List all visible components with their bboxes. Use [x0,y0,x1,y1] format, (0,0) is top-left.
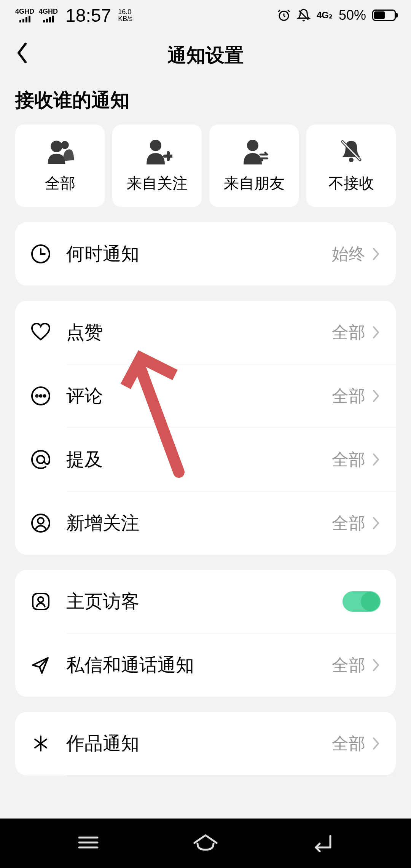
chevron-right-icon [371,452,381,467]
sparkle-icon [30,733,51,754]
nav-recent-button[interactable] [77,834,100,853]
row-works[interactable]: 作品通知 全部 [15,712,396,775]
signal-1: 4GHD [15,8,34,22]
comment-icon [30,386,51,406]
row-when-notify[interactable]: 何时通知 始终 [15,222,396,286]
app-header: 通知设置 [0,30,411,80]
nav-back-button[interactable] [311,833,334,854]
status-time: 18:57 [65,5,111,26]
row-value: 全部 [332,385,365,407]
row-label: 提及 [66,447,332,472]
svg-point-13 [37,456,45,463]
filter-label: 不接收 [328,173,374,194]
signal-2: 4GHD [39,8,58,22]
filter-all[interactable]: 全部 [15,124,105,207]
svg-point-11 [40,395,42,397]
battery-percent: 50% [339,7,366,23]
card-works: 作品通知 全部 [15,712,396,775]
svg-point-3 [150,140,161,151]
status-bar: 4GHD 4GHD 18:57 16.0 KB/s 4G₂ 50% [0,0,411,30]
nav-home-button[interactable] [192,833,219,854]
battery-icon [372,10,396,21]
person-add-icon [142,138,172,164]
people-icon [45,138,75,164]
row-value: 全部 [332,448,365,471]
chevron-right-icon [371,736,381,751]
filter-label: 全部 [45,173,75,194]
card-when-notify: 何时通知 始终 [15,222,396,286]
visitor-icon [30,591,51,612]
filter-label: 来自朋友 [224,173,285,194]
bell-off-icon [336,138,366,164]
row-value: 全部 [332,732,365,755]
row-label: 作品通知 [66,731,332,756]
card-interactions: 点赞 全部 评论 全部 提及 全部 新增关注 全部 [15,301,396,555]
row-mentions[interactable]: 提及 全部 [15,428,396,491]
back-button[interactable] [15,41,29,69]
alarm-icon [277,8,291,22]
heart-icon [30,322,51,343]
chevron-right-icon [371,246,381,262]
section-title: 接收谁的通知 [0,80,411,124]
svg-point-12 [44,395,46,397]
filter-none[interactable]: 不接收 [306,124,396,207]
row-label: 评论 [66,384,332,408]
filter-following[interactable]: 来自关注 [112,124,202,207]
row-value: 全部 [332,321,365,344]
card-visitors-messages: 主页访客 私信和通话通知 全部 [15,570,396,697]
row-label: 主页访客 [66,589,342,614]
at-icon [30,449,51,470]
row-new-follow[interactable]: 新增关注 全部 [15,491,396,555]
row-label: 新增关注 [66,511,332,535]
bell-mute-icon [297,8,311,22]
row-label: 私信和通话通知 [66,653,332,677]
chevron-right-icon [371,388,381,404]
svg-point-1 [51,140,62,152]
row-comments[interactable]: 评论 全部 [15,364,396,428]
filter-label: 来自关注 [127,173,188,194]
toggle-visitors[interactable] [342,591,381,612]
svg-point-10 [36,395,38,397]
svg-point-15 [38,518,44,524]
svg-point-5 [349,158,354,162]
row-label: 何时通知 [66,242,332,266]
chevron-right-icon [371,325,381,340]
chevron-right-icon [371,657,381,673]
person-circle-icon [30,513,51,533]
row-value: 始终 [332,243,365,265]
row-visitors[interactable]: 主页访客 [15,570,396,633]
row-value: 全部 [332,654,365,677]
chevron-right-icon [371,515,381,531]
filter-row: 全部 来自关注 来自朋友 不接收 [0,124,411,222]
system-nav-bar [0,819,411,868]
filter-friends[interactable]: 来自朋友 [209,124,299,207]
row-messages[interactable]: 私信和通话通知 全部 [15,633,396,697]
person-exchange-icon [239,138,269,164]
row-label: 点赞 [66,320,332,345]
network-type: 4G₂ [317,10,333,21]
page-title: 通知设置 [0,43,411,68]
network-speed: 16.0 KB/s [118,8,132,22]
send-icon [30,655,51,675]
svg-point-17 [38,597,43,602]
svg-point-4 [247,140,258,151]
clock-icon [30,244,51,264]
row-likes[interactable]: 点赞 全部 [15,301,396,364]
row-value: 全部 [332,512,365,535]
svg-point-2 [61,141,68,149]
